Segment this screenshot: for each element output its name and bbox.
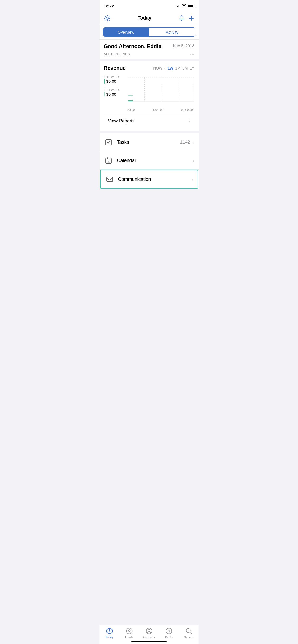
tasks-icon xyxy=(104,137,113,147)
svg-rect-9 xyxy=(106,139,111,145)
more-options-icon[interactable] xyxy=(190,54,194,55)
greeting-text: Good Afternoon, Eddie xyxy=(104,43,161,49)
last-week-value: $0.00 xyxy=(106,92,117,96)
segment-control: Overview Activity xyxy=(100,25,199,40)
this-week-label: This week xyxy=(104,75,119,79)
tasks-chevron-icon: › xyxy=(193,140,194,145)
tasks-label: Tasks xyxy=(117,140,180,145)
header: Today xyxy=(100,12,199,25)
chart-x-labels: $0.00 $500.00 $1,000.00 xyxy=(104,108,194,111)
wifi-icon xyxy=(182,4,186,8)
greeting-section: Good Afternoon, Eddie Nov 8, 2018 ALL PI… xyxy=(100,40,199,59)
tasks-row[interactable]: Tasks 1142 › xyxy=(100,133,199,151)
view-reports-row[interactable]: View Reports › xyxy=(104,114,194,127)
chevron-right-icon: › xyxy=(189,118,190,124)
revenue-period-tabs: NOW 1W 1M 3M 1Y xyxy=(153,66,194,70)
svg-rect-15 xyxy=(107,177,113,182)
calendar-icon: 31 xyxy=(104,156,113,165)
revenue-section: Revenue NOW 1W 1M 3M 1Y This week $0.00 … xyxy=(100,61,199,131)
last-week-label: Last week xyxy=(104,88,119,92)
x-label-500: $500.00 xyxy=(153,108,163,111)
revenue-tab-1w[interactable]: 1W xyxy=(167,66,173,70)
chart-legend: This week $0.00 Last week $0.00 xyxy=(104,75,119,99)
svg-rect-7 xyxy=(128,100,133,101)
signal-strength-icon xyxy=(176,4,180,7)
chart-svg-area xyxy=(128,75,194,107)
communication-label: Communication xyxy=(118,177,192,182)
calendar-label: Calendar xyxy=(117,158,193,163)
add-icon[interactable] xyxy=(188,15,194,21)
communication-icon xyxy=(105,174,114,184)
svg-text:31: 31 xyxy=(107,160,110,163)
revenue-chart: This week $0.00 Last week $0.00 xyxy=(104,75,194,107)
battery-icon xyxy=(188,4,194,7)
page-title: Today xyxy=(138,15,151,21)
communication-row[interactable]: Communication › xyxy=(100,170,198,189)
notifications-icon[interactable] xyxy=(178,15,185,21)
revenue-tab-1m[interactable]: 1M xyxy=(175,66,180,70)
greeting-date: Nov 8, 2018 xyxy=(173,43,194,48)
x-label-0: $0.00 xyxy=(128,108,135,111)
status-icons xyxy=(176,4,194,8)
revenue-tab-now[interactable]: NOW xyxy=(153,66,162,70)
calendar-row[interactable]: 31 Calendar › xyxy=(100,151,199,170)
calendar-chevron-icon: › xyxy=(193,158,194,163)
status-time: 12:22 xyxy=(104,4,114,8)
pipelines-label: ALL PIPELINES xyxy=(104,52,130,56)
revenue-tab-3m[interactable]: 3M xyxy=(183,66,188,70)
communication-chevron-icon: › xyxy=(192,177,193,182)
tasks-count: 1142 xyxy=(180,140,190,145)
revenue-title: Revenue xyxy=(104,65,126,71)
overview-tab[interactable]: Overview xyxy=(103,28,149,36)
this-week-value: $0.00 xyxy=(106,79,117,84)
svg-point-0 xyxy=(106,17,108,19)
x-label-1000: $1,000.00 xyxy=(181,108,194,111)
activity-tab[interactable]: Activity xyxy=(149,28,195,36)
items-section: Tasks 1142 › 31 Calendar › Communication… xyxy=(100,133,199,189)
settings-icon[interactable] xyxy=(104,15,111,22)
revenue-tab-1y[interactable]: 1Y xyxy=(190,66,194,70)
status-bar: 12:22 xyxy=(100,0,199,12)
svg-rect-8 xyxy=(128,95,133,96)
view-reports-label: View Reports xyxy=(108,118,135,124)
